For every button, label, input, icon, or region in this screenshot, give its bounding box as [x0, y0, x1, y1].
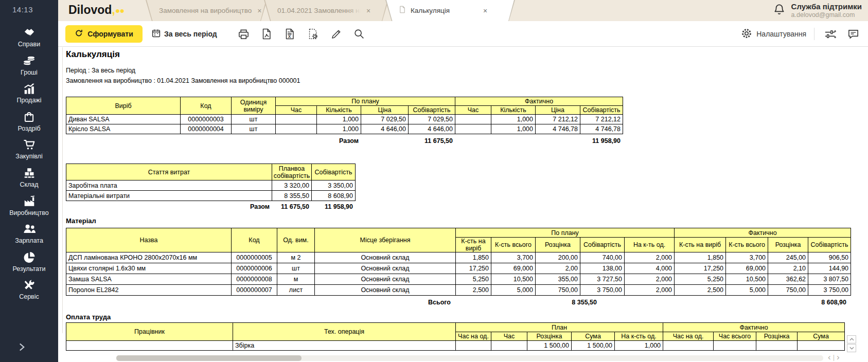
table-row[interactable]: Крісло SALSA 0000000004 шт 1,000 4 646,0…	[66, 124, 623, 134]
cell-value: 2,000	[625, 285, 675, 296]
refresh-icon	[75, 29, 83, 39]
cell-value: 2,10	[768, 263, 808, 274]
cell-value: 1 500,00	[572, 341, 615, 351]
table-row[interactable]: Диван SALSA 0000000003 шт 1,000 7 029,50…	[66, 115, 623, 124]
tools-icon	[22, 276, 37, 292]
period-selector[interactable]: За весь період	[151, 25, 217, 43]
scroll-down-button[interactable]	[847, 344, 856, 352]
scroll-left-button[interactable]: ‹	[828, 353, 831, 361]
support-block[interactable]: Служба підтримки a.delovod@gmail.com	[773, 2, 862, 19]
cell-code: 0000000006	[232, 263, 277, 274]
column-header: Собівартість	[312, 164, 356, 180]
bell-icon[interactable]	[773, 3, 786, 18]
sidebar-item-servis[interactable]: Сервіс	[0, 276, 58, 304]
horizontal-scrollbar-thumb[interactable]	[116, 355, 302, 361]
cell-value: 4 746,78	[536, 124, 580, 134]
table-row[interactable]: Замша SALSA 0000000008 м Основний склад …	[66, 274, 851, 285]
cell-name: ДСП ламінована КРОНО 2800х2070х16 мм	[66, 252, 232, 263]
table-row[interactable]: Матеріальні витрати 8 355,50 8 608,90	[66, 191, 356, 201]
cell-location: Основний склад	[315, 252, 456, 263]
scroll-up-button[interactable]	[847, 335, 856, 343]
edit-pencil-icon[interactable]	[328, 26, 344, 42]
sidebar-item-label: Продажі	[17, 97, 42, 104]
cell-value	[455, 124, 491, 134]
table-row[interactable]: Заробітна плата 3 320,00 3 350,00	[66, 180, 356, 191]
sidebar-item-hroshi[interactable]: Гроші	[0, 52, 58, 80]
support-email: a.delovod@gmail.com	[791, 11, 862, 19]
sidebar-item-zarplata[interactable]: Зарплата	[0, 220, 58, 248]
cell-code: 0000000005	[232, 252, 277, 263]
column-group-header: По плану	[276, 97, 455, 106]
settings-button[interactable]: Налаштування	[741, 28, 806, 41]
generate-button[interactable]: Сформувати	[65, 25, 143, 43]
report-settings-icon[interactable]	[305, 26, 321, 42]
tab-close-icon[interactable]: ×	[482, 7, 488, 15]
cell-value: 1,000	[615, 341, 663, 351]
materials-table: Назва Код Од. вим. Місце зберігання По п…	[66, 228, 851, 296]
totals-fact-value: 8 608,90	[764, 299, 846, 306]
cell-value: 7 029,50	[409, 115, 455, 124]
column-group-header: Фактично	[663, 323, 845, 332]
cell-value	[798, 341, 845, 351]
divider	[814, 28, 814, 40]
sidebar-item-rozdrib[interactable]: Роздріб	[0, 108, 58, 136]
sliders-icon[interactable]	[822, 26, 838, 42]
settings-label: Налаштування	[756, 30, 806, 38]
cell-value	[491, 341, 527, 351]
cell-value: 3 750,00	[580, 285, 625, 296]
tab-order-01-04-2021[interactable]: 01.04.2021 Замовлення на виро ×	[264, 0, 388, 21]
cell-value: 7 029,50	[361, 115, 409, 124]
cell-location: Основний склад	[315, 263, 456, 274]
sidebar-expand-button[interactable]	[19, 342, 25, 354]
cell-value	[455, 115, 491, 124]
tab-kalkulyatsiya[interactable]: Калькуляція ×	[385, 0, 515, 21]
cell-value	[276, 124, 317, 134]
factory-icon	[22, 192, 37, 208]
tab-close-icon[interactable]: ×	[256, 7, 262, 15]
search-icon[interactable]	[351, 26, 367, 42]
column-header: Ціна	[361, 106, 409, 115]
column-header: На к-сть од.	[615, 332, 663, 341]
table-row[interactable]: Цвяхи столярні 1.6х30 мм 0000000006 шт О…	[66, 263, 851, 274]
sidebar-item-sklad[interactable]: Склад	[0, 164, 58, 192]
cell-value: 17,250	[675, 263, 726, 274]
column-header: К-сть на виріб	[675, 238, 726, 252]
sidebar-item-spravy[interactable]: Справи	[0, 24, 58, 52]
scroll-right-button[interactable]: ›	[837, 353, 840, 361]
cell-value: 3 750,00	[808, 285, 851, 296]
cell-location: Основний склад	[315, 274, 456, 285]
cell-value	[663, 341, 714, 351]
export-excel-icon[interactable]: X	[282, 26, 297, 42]
tab-zamovlennya[interactable]: Замовлення на виробництво ×	[146, 0, 267, 21]
column-header: Час на од.	[456, 332, 491, 341]
cell-value: 10,500	[491, 274, 536, 285]
cell-product: Крісло SALSA	[66, 124, 181, 134]
column-header: К-сть всього	[726, 238, 768, 252]
sidebar: 14:13 Справи Гроші Продажі Роздріб	[0, 0, 58, 362]
vertical-scroll-buttons	[847, 335, 856, 352]
column-header: Час	[455, 106, 491, 115]
column-header: Виріб	[66, 97, 181, 115]
sidebar-item-vyrobnytstvo[interactable]: Виробництво	[0, 192, 58, 221]
table-row[interactable]: Збірка 1 500,00 1 500,00 1,000	[66, 341, 845, 351]
tab-close-icon[interactable]: ×	[365, 7, 371, 15]
cell-value	[276, 115, 317, 124]
cell-value: 69,000	[726, 263, 768, 274]
sidebar-item-prodazhi[interactable]: Продажі	[0, 80, 58, 108]
print-icon[interactable]	[236, 26, 251, 42]
cell-unit: м 2	[277, 252, 315, 263]
cell-value	[714, 341, 756, 351]
dilovod-logo[interactable]: Dilovod,●●	[68, 3, 124, 17]
pie-chart-icon	[22, 248, 37, 264]
cell-code: 0000000003	[181, 115, 232, 124]
sidebar-item-zakupivli[interactable]: Закупівлі	[0, 136, 58, 164]
cell-value: 3 727,50	[580, 274, 625, 285]
horizontal-scrollbar[interactable]	[116, 355, 823, 361]
export-pdf-icon[interactable]	[259, 26, 274, 42]
sidebar-item-rezultaty[interactable]: Результати	[0, 248, 58, 277]
table-header-row: Стаття витрат Планвоа собівартість Собів…	[66, 164, 356, 180]
table-row[interactable]: ДСП ламінована КРОНО 2800х2070х16 мм 000…	[66, 252, 851, 263]
cell-worker	[66, 341, 233, 351]
chat-icon[interactable]	[845, 26, 861, 42]
table-row[interactable]: Поролон EL2842 0000000007 лист Основний …	[66, 285, 851, 296]
